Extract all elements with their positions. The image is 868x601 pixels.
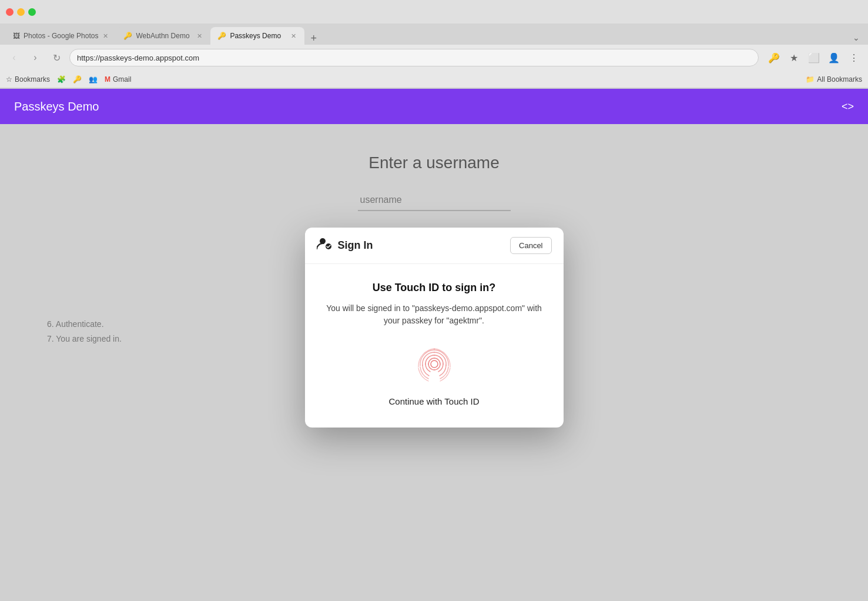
tab-favicon-passkeys: 🔑 <box>217 32 226 40</box>
modal-title-group: Sign In <box>317 238 373 254</box>
window-controls <box>6 8 36 16</box>
minimize-button[interactable] <box>17 8 25 16</box>
tab-favicon-webauthn: 🔑 <box>123 32 132 40</box>
extension-puzzle-icon: 🧩 <box>57 75 66 84</box>
tab-title-photos: Photos - Google Photos <box>24 32 98 40</box>
close-button[interactable] <box>6 8 14 16</box>
person-badge-icon <box>317 238 332 254</box>
tabs-bar: 🖼 Photos - Google Photos ✕ 🔑 WebAuthn De… <box>0 24 868 45</box>
new-tab-button[interactable]: + <box>307 32 320 45</box>
fingerprint-icon[interactable] <box>414 343 455 385</box>
gmail-icon: M <box>105 75 110 84</box>
account-icon[interactable]: 👤 <box>826 49 842 66</box>
people-icon: 👥 <box>89 75 98 84</box>
gmail-label: Gmail <box>113 75 131 84</box>
signin-modal: Sign In Cancel Use Touch ID to sign in? … <box>305 228 564 428</box>
title-bar <box>0 0 868 24</box>
all-bookmarks-label: All Bookmarks <box>817 75 862 84</box>
key-icon: 🔑 <box>73 75 82 84</box>
bookmark-people[interactable]: 👥 <box>89 75 98 84</box>
modal-header: Sign In Cancel <box>305 228 564 264</box>
bookmark-extension[interactable]: 🧩 <box>57 75 66 84</box>
toolbar-icons: 🔑 ★ ⬜ 👤 ⋮ <box>766 49 862 66</box>
maximize-button[interactable] <box>28 8 36 16</box>
bookmarks-star-icon: ☆ <box>6 75 12 84</box>
modal-description: You will be signed in to "passkeys-demo.… <box>319 302 549 327</box>
modal-title: Sign In <box>338 239 373 252</box>
bookmarks-text: Bookmarks <box>15 75 50 84</box>
bookmark-icon[interactable]: ★ <box>786 49 802 66</box>
bookmark-key[interactable]: 🔑 <box>73 75 82 84</box>
password-icon[interactable]: 🔑 <box>766 49 782 66</box>
modal-overlay: Sign In Cancel Use Touch ID to sign in? … <box>0 89 868 601</box>
modal-question: Use Touch ID to sign in? <box>319 282 549 294</box>
tab-close-photos[interactable]: ✕ <box>102 31 109 41</box>
bookmarks-bar: ☆ Bookmarks 🧩 🔑 👥 M Gmail 📁 All Bookmark… <box>0 71 868 88</box>
tab-close-passkeys[interactable]: ✕ <box>290 31 297 41</box>
folder-icon: 📁 <box>806 75 815 84</box>
address-bar: ‹ › ↻ https://passkeys-demo.appspot.com … <box>0 45 868 71</box>
tab-webauthn[interactable]: 🔑 WebAuthn Demo ✕ <box>116 27 210 45</box>
continue-touch-id-button[interactable]: Continue with Touch ID <box>319 396 549 406</box>
reload-button[interactable]: ↻ <box>48 49 65 66</box>
tab-title-webauthn: WebAuthn Demo <box>136 32 192 40</box>
tab-photos[interactable]: 🖼 Photos - Google Photos ✕ <box>6 27 116 45</box>
tab-close-webauthn[interactable]: ✕ <box>196 31 203 41</box>
modal-body: Use Touch ID to sign in? You will be sig… <box>305 264 564 428</box>
forward-button[interactable]: › <box>27 49 43 66</box>
svg-point-2 <box>431 360 438 368</box>
tab-overflow-button[interactable]: ⌄ <box>850 31 862 45</box>
all-bookmarks[interactable]: 📁 All Bookmarks <box>806 75 862 84</box>
cancel-button[interactable]: Cancel <box>510 237 551 254</box>
tab-passkeys[interactable]: 🔑 Passkeys Demo ✕ <box>210 27 304 45</box>
back-button[interactable]: ‹ <box>6 49 22 66</box>
extension-icon[interactable]: ⬜ <box>806 49 822 66</box>
url-text: https://passkeys-demo.appspot.com <box>77 54 199 62</box>
browser-menu-icon[interactable]: ⋮ <box>846 49 862 66</box>
bookmark-gmail[interactable]: M Gmail <box>105 75 131 84</box>
tab-title-passkeys: Passkeys Demo <box>230 32 286 40</box>
tab-favicon-photos: 🖼 <box>13 32 20 40</box>
browser-chrome: 🖼 Photos - Google Photos ✕ 🔑 WebAuthn De… <box>0 0 868 89</box>
bookmarks-label[interactable]: ☆ Bookmarks <box>6 75 50 84</box>
url-bar[interactable]: https://passkeys-demo.appspot.com <box>69 49 759 66</box>
page-content: Passkeys Demo <> Enter a username 6. Aut… <box>0 89 868 601</box>
